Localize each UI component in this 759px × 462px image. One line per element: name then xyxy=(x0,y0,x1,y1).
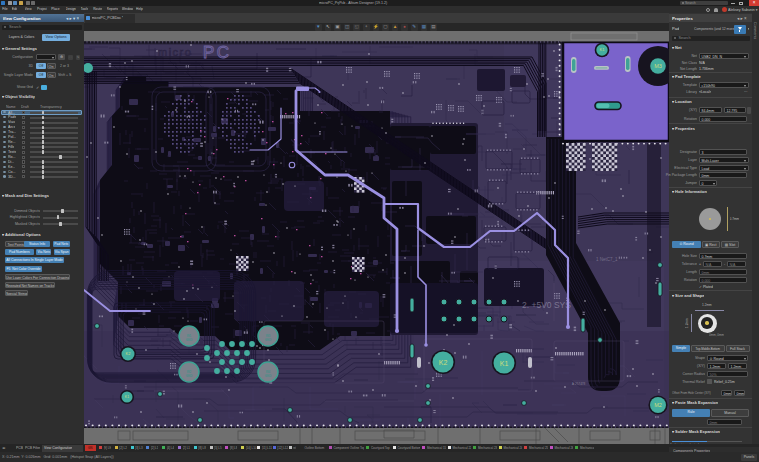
svg-text:GND: GND xyxy=(186,338,194,342)
svg-text:M2: M2 xyxy=(654,402,662,408)
svg-text:K1: K1 xyxy=(600,47,606,52)
svg-text:GND: GND xyxy=(265,338,273,342)
svg-text:GND: GND xyxy=(186,374,194,378)
svg-text:K1: K1 xyxy=(125,395,129,399)
svg-text:K2: K2 xyxy=(126,351,132,356)
svg-text:K2: K2 xyxy=(439,359,448,366)
svg-text:GND: GND xyxy=(265,374,273,378)
svg-text:2. +5V0 SYS: 2. +5V0 SYS xyxy=(522,300,571,310)
svg-text:1 NetC7_1: 1 NetC7_1 xyxy=(596,257,618,262)
svg-text:PC: PC xyxy=(203,43,232,62)
svg-text:K1: K1 xyxy=(500,360,509,367)
svg-text:micro: micro xyxy=(158,46,192,58)
